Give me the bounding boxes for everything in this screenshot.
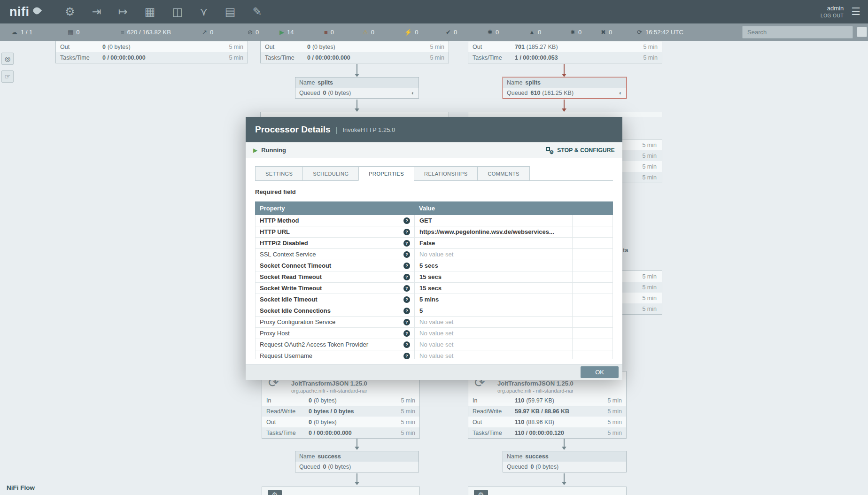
connection-line[interactable]	[356, 100, 357, 109]
search-button[interactable]	[857, 27, 867, 37]
processor-stats-partial-3[interactable]: Out 701 (185.27 KB) 5 min Tasks/Time 1 /…	[468, 41, 662, 63]
processor-stats-partial-1[interactable]: Out 0 (0 bytes) 5 min Tasks/Time 0 / 00:…	[55, 41, 248, 63]
property-row: HTTP URL ? https://www.pegelonline.wsv.d…	[256, 226, 612, 238]
help-icon[interactable]: ?	[403, 296, 410, 303]
load-balance-icon: ◐	[411, 90, 415, 96]
property-row: Socket Read Timeout ? 15 secs	[256, 271, 612, 283]
app-header: nifi ⚙⇥↦▦◫⋎▤✎ admin LOG OUT ☰	[0, 0, 868, 23]
current-user: admin	[821, 5, 844, 13]
processor-sliver[interactable]: ⚙	[262, 487, 420, 495]
refresh-icon[interactable]: ⟳	[637, 29, 642, 36]
stats-rows: Out 701 (185.27 KB) 5 min Tasks/Time 1 /…	[468, 41, 662, 63]
load-balance-icon: ◐	[619, 90, 622, 96]
connection-line[interactable]	[564, 473, 565, 482]
help-icon[interactable]: ?	[403, 285, 410, 292]
stat-row: 5 min	[622, 293, 662, 303]
processor-jolt-transform-1[interactable]: ⟳ JoltTransformJSON 1.25.0 org.apache.ni…	[262, 371, 420, 439]
processor-jolt-transform-2[interactable]: ⟳ JoltTransformJSON 1.25.0 org.apache.ni…	[468, 371, 627, 439]
process-group-icon[interactable]: ▦	[145, 6, 155, 17]
help-icon[interactable]: ?	[403, 274, 410, 280]
connection-arrow	[355, 482, 359, 485]
property-value: False	[415, 238, 573, 248]
remote-process-group-icon[interactable]: ◫	[172, 6, 183, 17]
status-icon: ■	[324, 29, 328, 36]
ok-button[interactable]: OK	[581, 366, 619, 378]
help-icon[interactable]: ?	[403, 229, 410, 235]
connection-queued-row: Queued 610 (161.25 KB) ◐	[503, 88, 626, 98]
help-icon[interactable]: ?	[403, 240, 410, 247]
connection-line[interactable]	[564, 100, 565, 109]
help-icon[interactable]: ?	[403, 330, 410, 337]
property-name: Proxy Host	[260, 330, 290, 337]
search-input[interactable]	[742, 26, 853, 39]
value-column-header: Value	[414, 205, 572, 212]
connection-name-row: Name success	[295, 451, 418, 462]
processor-title: JoltTransformJSON 1.25.0	[291, 380, 367, 387]
connection-arrow	[355, 447, 359, 450]
status-icon: ✖	[601, 29, 606, 36]
status-icon: ▶	[279, 29, 284, 36]
connection-line[interactable]	[356, 64, 357, 74]
stat-row: Out 0 (0 bytes) 5 min	[262, 417, 419, 427]
processor-sliver[interactable]	[468, 112, 662, 117]
processor-sliver[interactable]	[260, 112, 449, 117]
output-port-icon[interactable]: ↦	[118, 6, 128, 17]
navigate-palette-button[interactable]: ◎	[1, 53, 14, 65]
locally-modified-indicator: ✱ 0	[488, 29, 529, 36]
connection-label-success-2[interactable]: Name success Queued 0 (0 bytes)	[503, 451, 627, 472]
breadcrumb-nifi-flow[interactable]: NiFi Flow	[7, 484, 35, 491]
disabled-indicator: ⚡ 0	[404, 29, 446, 36]
template-icon[interactable]: ▤	[225, 6, 236, 17]
processor-stats-edge-1[interactable]: 5 min5 min5 min5 min	[622, 139, 662, 183]
operate-icon: ☞	[5, 73, 11, 80]
stop-and-configure-button[interactable]: ⚙ STOP & CONFIGURE	[546, 147, 615, 154]
stat-row: Tasks/Time 0 / 00:00:00.000 5 min	[262, 427, 419, 438]
status-icon: ▦	[68, 29, 73, 36]
input-port-icon[interactable]: ⇥	[92, 6, 101, 17]
connection-label-splits-1[interactable]: Name splits Queued 0 (0 bytes) ◐	[295, 77, 419, 99]
not-transmitting-indicator: ⊘ 0	[248, 29, 279, 36]
active-threads-indicator: ▦ 0	[68, 29, 121, 36]
stat-row: Out 0 (0 bytes) 5 min	[56, 41, 248, 52]
nifi-app: nifi ⚙⇥↦▦◫⋎▤✎ admin LOG OUT ☰ ☁ 1 / 1 ▦ …	[0, 0, 868, 495]
property-name: Socket Read Timeout	[260, 273, 322, 280]
connection-label-splits-2[interactable]: Name splits Queued 610 (161.25 KB) ◐	[503, 77, 627, 99]
stat-row: 5 min	[622, 161, 662, 172]
connection-label-success-1[interactable]: Name success Queued 0 (0 bytes)	[295, 451, 419, 472]
processor-bundle: org.apache.nifi - nifi-standard-nar	[291, 388, 367, 394]
connection-arrow	[562, 482, 566, 485]
tab-scheduling[interactable]: SCHEDULING	[302, 166, 359, 181]
help-icon[interactable]: ?	[403, 251, 410, 258]
connection-line[interactable]	[564, 64, 565, 74]
help-icon[interactable]: ?	[403, 263, 410, 269]
connection-line[interactable]	[356, 473, 357, 482]
running-icon: ▶	[253, 147, 257, 154]
help-icon[interactable]: ?	[403, 319, 410, 325]
connection-line[interactable]	[564, 439, 565, 447]
processor-stats-edge-2[interactable]: 5 min5 min5 min5 min	[622, 271, 662, 315]
global-menu-icon[interactable]: ☰	[851, 6, 860, 18]
tab-settings[interactable]: SETTINGS	[255, 166, 303, 181]
property-name: Request OAuth2 Access Token Provider	[260, 341, 368, 348]
property-column-header: Property	[255, 205, 414, 212]
property-row: Request Username ? No value set	[256, 350, 612, 359]
tab-relationships[interactable]: RELATIONSHIPS	[414, 166, 478, 181]
property-value: 15 secs	[415, 283, 573, 294]
connection-line[interactable]	[356, 439, 357, 447]
status-icon: ✸	[570, 29, 575, 36]
label-icon[interactable]: ✎	[252, 6, 262, 17]
funnel-icon[interactable]: ⋎	[200, 6, 208, 17]
processor-stats-partial-2[interactable]: Out 0 (0 bytes) 5 min Tasks/Time 0 / 00:…	[260, 41, 449, 63]
tab-comments[interactable]: COMMENTS	[477, 166, 529, 181]
operate-palette-button[interactable]: ☞	[1, 70, 14, 83]
processor-sliver[interactable]: ⚙	[468, 487, 627, 495]
help-icon[interactable]: ?	[403, 308, 410, 314]
stale-indicator: ▲ 0	[529, 29, 570, 36]
property-row: SSL Context Service ? No value set	[256, 249, 612, 260]
help-icon[interactable]: ?	[403, 341, 410, 348]
tab-properties[interactable]: PROPERTIES	[358, 166, 414, 181]
help-icon[interactable]: ?	[403, 217, 410, 224]
processor-icon[interactable]: ⚙	[65, 6, 75, 17]
logout-link[interactable]: LOG OUT	[821, 13, 844, 19]
help-icon[interactable]: ?	[403, 353, 410, 359]
